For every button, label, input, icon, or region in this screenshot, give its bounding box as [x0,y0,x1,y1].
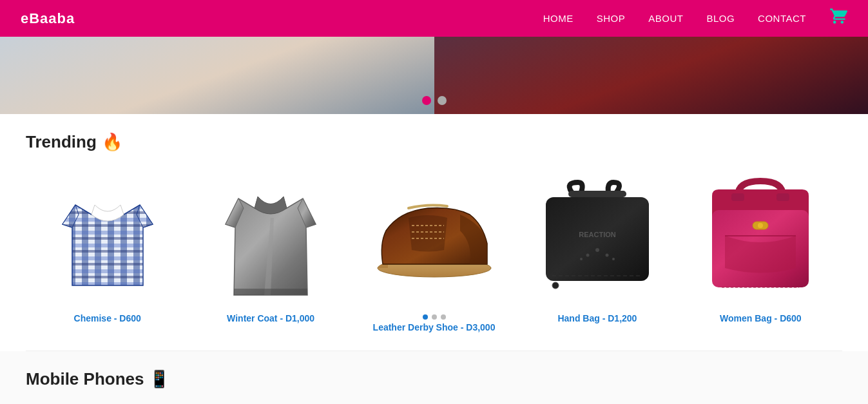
svg-rect-23 [776,193,789,201]
hero-right-image [434,37,869,114]
nav-contact[interactable]: CONTACT [758,13,806,24]
trending-title-text: Trending [26,132,97,152]
nav-shop[interactable]: SHOP [597,13,626,24]
trending-fire-icon: 🔥 [102,132,122,152]
trending-section: Trending 🔥 [0,114,868,351]
product-image-leather-shoe [363,173,505,302]
main-content: Trending 🔥 [0,114,868,404]
product-image-chemise [37,173,178,302]
svg-text:REACTION: REACTION [579,231,616,238]
svg-rect-22 [731,193,744,201]
shoe-dot-2[interactable] [432,314,437,320]
hero-dot-2[interactable] [438,96,447,105]
svg-rect-8 [568,191,626,197]
product-label-handbag: Hand Bag - D1,200 [557,313,637,323]
product-label-leather-shoe: Leather Derby Shoe - D3,000 [373,322,496,332]
nav-blog[interactable]: BLOG [706,13,735,24]
hero-banner [0,37,868,114]
cart-icon[interactable] [829,7,847,30]
product-label-winter-coat: Winter Coat - D1,000 [227,313,314,323]
trending-products-grid: Chemise - D600 [26,168,842,338]
hero-left-image [0,37,434,114]
hero-dot-1[interactable] [422,96,431,105]
product-card-women-bag[interactable]: Women Bag - D600 [679,168,842,338]
svg-point-15 [612,258,615,260]
mobile-phone-icon: 📱 [149,369,169,389]
svg-point-17 [552,282,559,289]
svg-rect-9 [546,197,649,281]
svg-point-13 [605,254,608,257]
hero-carousel-dots [422,96,447,105]
product-image-winter-coat [200,173,342,302]
product-card-leather-shoe[interactable]: Leather Derby Shoe - D3,000 [352,168,516,338]
brand-logo[interactable]: eBaaba [21,10,75,27]
product-card-chemise[interactable]: Chemise - D600 [26,168,189,338]
shoe-dot-1[interactable] [423,314,428,320]
navbar: eBaaba HOME SHOP ABOUT BLOG CONTACT [0,0,868,37]
mobile-phones-title-text: Mobile Phones [26,369,144,389]
svg-point-11 [595,248,599,252]
mobile-phones-section: Mobile Phones 📱 [0,351,868,404]
nav-links: HOME SHOP ABOUT BLOG CONTACT [543,7,847,30]
svg-point-20 [758,223,763,228]
product-card-handbag[interactable]: REACTION Hand Bag - D1,200 [516,168,679,338]
shoe-dot-3[interactable] [441,314,446,320]
trending-title: Trending 🔥 [26,132,842,152]
product-image-women-bag [690,173,831,302]
product-label-women-bag: Women Bag - D600 [720,313,802,323]
nav-about[interactable]: ABOUT [648,13,683,24]
mobile-phones-title: Mobile Phones 📱 [26,369,842,389]
shoe-carousel-dots [423,314,446,320]
nav-home[interactable]: HOME [543,13,574,24]
product-image-handbag: REACTION [526,173,668,302]
svg-point-14 [580,258,583,260]
svg-point-12 [586,254,589,257]
product-label-chemise: Chemise - D600 [74,313,141,323]
product-card-winter-coat[interactable]: Winter Coat - D1,000 [189,168,352,338]
